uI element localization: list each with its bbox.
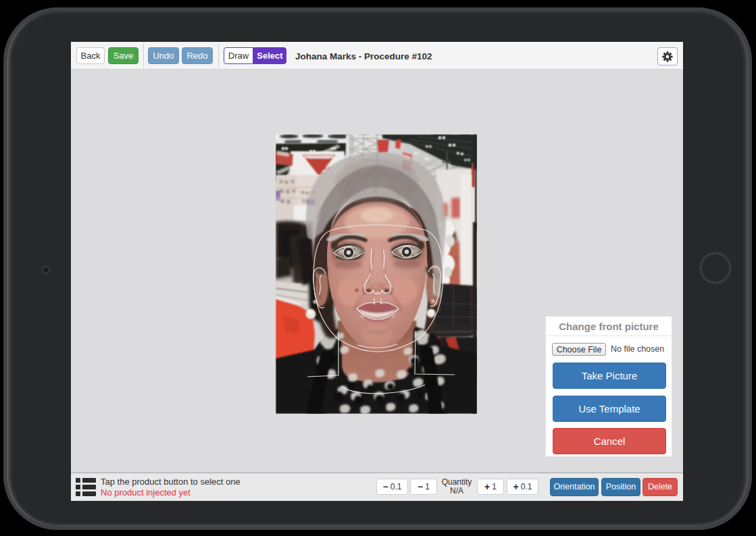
svg-text:PROFESSIONAL: PROFESSIONAL bbox=[308, 156, 330, 159]
